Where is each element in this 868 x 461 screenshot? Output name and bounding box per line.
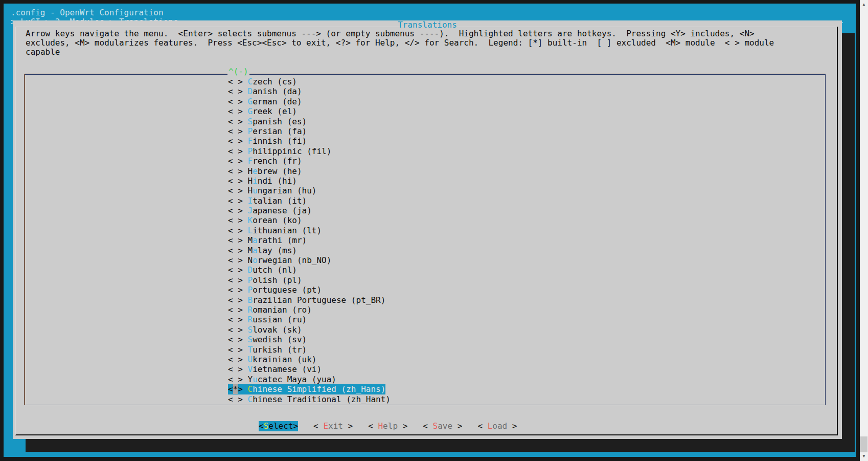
item-label: M [248,235,253,245]
checkbox-close-bracket: > [238,156,243,166]
item-hotkey: K [248,215,253,225]
button-label: xit [328,421,348,431]
item-label: hilippinic (fil) [253,146,331,156]
list-item[interactable]: < > Persian (fa) [228,126,825,136]
list-item[interactable]: < > Greek (el) [228,106,825,116]
list-item[interactable]: < > Japanese (ja) [228,206,825,215]
checkbox-open-bracket: < [228,117,233,126]
list-item[interactable]: < > Russian (ru) [228,315,825,324]
checkbox-state [233,285,238,295]
checkbox-open-bracket: < [228,285,233,295]
button-label [483,421,488,431]
list-item[interactable]: < > Hungarian (hu) [228,186,825,195]
checkbox-state [233,315,238,324]
checkbox-open-bracket: < [228,315,233,324]
list-item[interactable]: < > Philippinic (fil) [228,146,825,156]
scroll-down-icon[interactable]: ▼ [860,452,868,460]
item-label: rathi (mr) [258,235,307,245]
checkbox-close-bracket: > [238,196,243,206]
checkbox-open-bracket: < [228,265,233,275]
list-item[interactable]: < > Italian (it) [228,196,825,206]
checkbox-close-bracket: > [238,325,243,335]
button-label [318,421,324,431]
item-hotkey: G [248,97,253,106]
load-button[interactable]: < Load > [477,421,517,431]
list-item[interactable]: < > Vietnamese (vi) [228,364,825,374]
item-label: ietnamese (vi) [253,364,322,374]
item-label: utch (nl) [253,265,297,275]
checkbox-close-bracket: > [238,136,243,146]
checkbox-state [233,117,238,126]
list-item[interactable]: < > Finnish (fi) [228,136,825,146]
list-item[interactable]: < > Danish (da) [228,86,825,96]
checkbox-state [233,106,238,116]
help-line: excludes, <M> modularizes features. Pres… [26,38,774,48]
item-label: hinese Simplified (zh_Hans) [253,384,385,394]
list-item[interactable]: < > Norwegian (nb_NO) [228,255,825,265]
checkbox-state [233,146,238,156]
item-hotkey: S [248,117,253,126]
browser-scrollbar[interactable]: ▲ ▼ [860,0,868,461]
item-label: innish (fi) [253,136,307,146]
checkbox-state [233,375,238,384]
help-button[interactable]: < Help > [368,421,407,431]
select-button[interactable]: <Select> [259,421,298,431]
list-item[interactable]: < > Hindi (hi) [228,176,825,186]
list-item[interactable]: < > Slovak (sk) [228,325,825,335]
item-hotkey: S [248,325,253,335]
checkbox-state [233,265,238,275]
list-item[interactable]: < > Dutch (nl) [228,265,825,275]
list-item[interactable]: < > Polish (pl) [228,275,825,285]
checkbox-close-bracket: > [238,146,243,156]
checkbox-close-bracket: > [238,235,243,245]
list-item[interactable]: <*> Chinese Simplified (zh_Hans) [228,384,825,394]
list-item[interactable]: < > German (de) [228,97,825,106]
list-item[interactable]: < > Ukrainian (uk) [228,355,825,364]
help-line: capable [26,48,774,57]
item-label: olish (pl) [253,275,302,285]
checkbox-state [233,86,238,96]
checkbox-open-bracket: < [228,86,233,96]
scrollbar-thumb[interactable] [860,436,867,452]
list-item[interactable]: < > Romanian (ro) [228,305,825,315]
button-bar: <Select>< Exit >< Help >< Save >< Load > [259,421,517,431]
list-item[interactable]: < > Chinese Traditional (zh_Hant) [228,394,825,404]
list-item[interactable]: < > Yucatec Maya (yua) [228,375,825,384]
checkbox-open-bracket: < [228,226,233,235]
item-hotkey: T [248,345,253,355]
list-item[interactable]: < > Malay (ms) [228,246,825,255]
exit-button[interactable]: < Exit > [313,421,353,431]
list-item[interactable]: < > Spanish (es) [228,117,825,126]
list-item[interactable]: < > Swedish (sv) [228,335,825,344]
button-label: oad [492,421,512,431]
checkbox-open-bracket: < [228,186,233,195]
item-label: rwegian (nb_NO) [258,255,332,265]
list-item[interactable]: < > French (fr) [228,156,825,166]
save-button[interactable]: < Save > [423,421,462,431]
checkbox-state: * [233,384,238,394]
scroll-up-icon[interactable]: ▲ [860,1,868,9]
list-item[interactable]: < > Korean (ko) [228,215,825,225]
checkbox-open-bracket: < [228,275,233,285]
item-label: H [248,186,253,195]
item-label: brew (he) [258,166,302,176]
checkbox-state [233,186,238,195]
list-item[interactable]: < > Portuguese (pt) [228,285,825,295]
button-label: elect [268,421,293,431]
checkbox-open-bracket: < [228,146,233,156]
item-label: wedish (sv) [253,335,307,344]
list-item[interactable]: < > Czech (cs) [228,77,825,86]
checkbox-state [233,246,238,255]
checkbox-close-bracket: > [238,275,243,285]
list-item[interactable]: < > Brazilian Portuguese (pt_BR) [228,295,825,305]
list-item[interactable]: < > Turkish (tr) [228,345,825,355]
list-item[interactable]: < > Marathi (mr) [228,235,825,245]
list-item[interactable]: < > Hebrew (he) [228,166,825,176]
list-item[interactable]: < > Lithuanian (lt) [228,226,825,235]
checkbox-open-bracket: < [228,305,233,315]
button-open-bracket: < [368,421,373,431]
item-label: ortuguese (pt) [253,285,322,295]
item-hotkey: I [248,196,253,206]
item-label: Y [248,375,253,384]
item-hotkey: P [248,126,253,136]
